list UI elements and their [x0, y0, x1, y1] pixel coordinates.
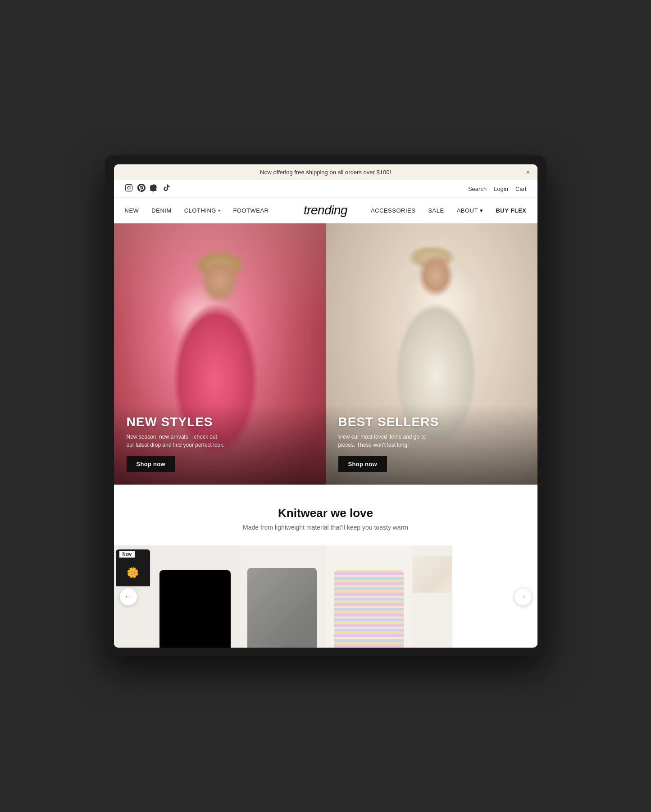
- about-chevron-icon: ▾: [480, 207, 483, 214]
- hero-section: NEW STYLES New season, new arrivals – ch…: [114, 223, 537, 485]
- nav-bar: NEW DENIM CLOTHING ▾ FOOTWEAR trending A…: [114, 198, 537, 223]
- product-image-area-4: [325, 545, 412, 648]
- product-image-area-5: [412, 545, 452, 593]
- product-card-2[interactable]: [152, 545, 239, 648]
- hero-right-subtitle: View our most-loved items and go-to piec…: [338, 433, 437, 449]
- tiktok-icon[interactable]: [163, 184, 171, 194]
- carousel-next-button[interactable]: →: [514, 588, 532, 606]
- knitwear-header: Knitwear we love Made from lightweight m…: [114, 506, 537, 531]
- product-badge-1: New: [119, 551, 135, 558]
- knitwear-subtitle: Made from lightweight material that'll k…: [114, 524, 537, 531]
- device-frame: Now offering free shipping on all orders…: [105, 155, 546, 657]
- nav-item-accessories[interactable]: ACCESSORIES: [371, 207, 415, 214]
- announcement-text: Now offering free shipping on all orders…: [260, 169, 391, 176]
- hero-left-overlay: NEW STYLES New season, new arrivals – ch…: [114, 404, 326, 485]
- social-icons: [125, 184, 171, 194]
- knitwear-section: Knitwear we love Made from lightweight m…: [114, 485, 537, 648]
- carousel-prev-button[interactable]: ←: [119, 588, 137, 606]
- hero-panel-new-styles: NEW STYLES New season, new arrivals – ch…: [114, 223, 326, 485]
- svg-point-2: [130, 186, 131, 186]
- nav-right: ACCESSORIES SALE ABOUT ▾ BUY FLEX: [347, 207, 526, 214]
- product-image-area-2: [152, 545, 239, 648]
- svg-point-1: [127, 186, 130, 189]
- cart-link[interactable]: Cart: [515, 186, 527, 192]
- product-card-3[interactable]: [239, 545, 326, 648]
- hero-right-overlay: BEST SELLERS View our most-loved items a…: [326, 404, 537, 485]
- instagram-icon[interactable]: [125, 184, 133, 194]
- nav-item-buy-flex[interactable]: BUY FLEX: [496, 207, 526, 214]
- product-image-area-3: [239, 545, 326, 648]
- hero-left-title: NEW STYLES: [127, 415, 313, 429]
- hero-panel-best-sellers: BEST SELLERS View our most-loved items a…: [326, 223, 537, 485]
- nav-item-sale[interactable]: SALE: [428, 207, 444, 214]
- nav-item-new[interactable]: NEW: [125, 207, 139, 214]
- product-card-4[interactable]: [325, 545, 412, 648]
- login-link[interactable]: Login: [494, 186, 508, 192]
- hero-left-shop-now-button[interactable]: Shop now: [127, 456, 176, 472]
- utility-links: Search Login Cart: [468, 186, 527, 192]
- announcement-bar: Now offering free shipping on all orders…: [114, 164, 537, 180]
- nav-left: NEW DENIM CLOTHING ▾ FOOTWEAR: [125, 207, 304, 214]
- browser-window: Now offering free shipping on all orders…: [114, 164, 537, 648]
- nav-item-footwear[interactable]: FOOTWEAR: [233, 207, 269, 214]
- site-logo[interactable]: trending: [304, 203, 347, 218]
- svg-rect-0: [125, 185, 132, 191]
- nav-item-about[interactable]: ABOUT ▾: [457, 207, 483, 214]
- knitwear-title: Knitwear we love: [114, 506, 537, 520]
- carousel-track: New 🌼: [114, 545, 537, 648]
- nav-item-clothing[interactable]: CLOTHING ▾: [184, 207, 221, 214]
- nav-item-denim[interactable]: DENIM: [151, 207, 171, 214]
- hero-left-subtitle: New season, new arrivals – check out our…: [127, 433, 226, 449]
- clothing-chevron-icon: ▾: [218, 208, 221, 213]
- hero-right-title: BEST SELLERS: [338, 415, 525, 429]
- utility-bar: Search Login Cart: [114, 180, 537, 198]
- product-carousel: ← New 🌼: [114, 545, 537, 648]
- hero-right-shop-now-button[interactable]: Shop now: [338, 456, 387, 472]
- snapchat-icon[interactable]: [150, 184, 158, 194]
- pinterest-icon[interactable]: [137, 184, 146, 194]
- announcement-close-button[interactable]: ×: [526, 169, 530, 176]
- product-card-5[interactable]: [412, 545, 452, 648]
- product-image-area-1: New 🌼: [114, 545, 152, 590]
- search-link[interactable]: Search: [468, 186, 487, 192]
